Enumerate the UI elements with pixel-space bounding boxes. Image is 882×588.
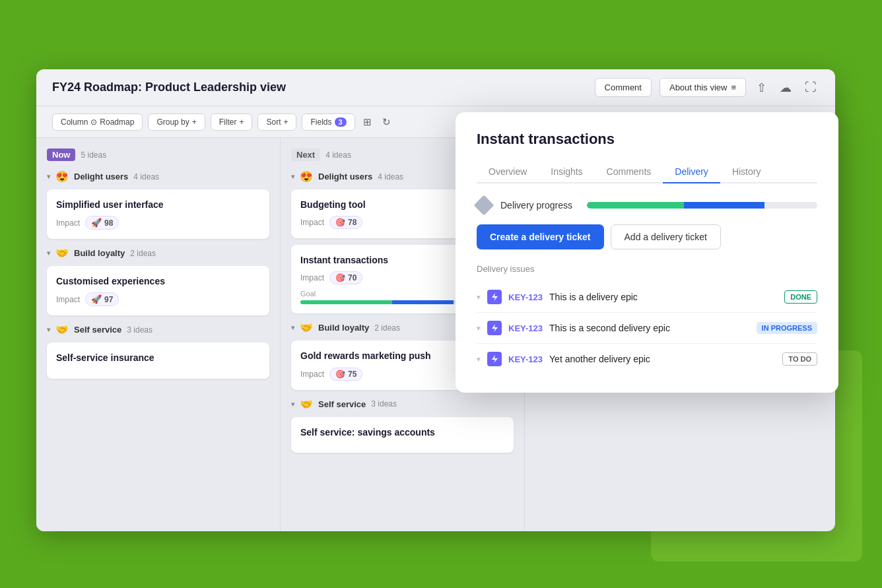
group-count-self-service: 3 ideas: [127, 325, 153, 335]
chevron-icon: ▾: [47, 326, 50, 333]
group-name-loyalty-next: Build loyalty: [318, 323, 369, 333]
add-delivery-ticket-button[interactable]: Add a delivery ticket: [611, 224, 721, 249]
status-badge-1: DONE: [784, 290, 817, 304]
group-name-self-service: Self service: [74, 325, 121, 335]
issue-icon-2: [487, 321, 502, 335]
group-count-delight: 4 ideas: [133, 172, 159, 181]
next-count: 4 ideas: [325, 150, 351, 160]
impact-value: 75: [348, 370, 356, 379]
issue-row-2: ▾ KEY-123 This is a second delivery epic…: [477, 313, 817, 344]
create-delivery-ticket-button[interactable]: Create a delivery ticket: [477, 224, 604, 249]
group-count-loyalty-next: 2 ideas: [374, 323, 400, 333]
issue-key-1: KEY-123: [508, 292, 543, 302]
now-label: Now: [47, 148, 75, 161]
next-label: Next: [291, 148, 320, 161]
card-title: Self-service insurance: [56, 352, 260, 364]
impact-value: 70: [348, 273, 356, 282]
refresh-icon[interactable]: ↻: [380, 114, 393, 131]
column-value: Roadmap: [100, 117, 134, 127]
impact-badge: 🚀 98: [85, 216, 119, 230]
share-icon[interactable]: ⇧: [754, 78, 769, 98]
group-emoji-self-service-next: 🤝: [300, 398, 313, 410]
card-self-service-savings[interactable]: Self service: savings accounts: [291, 417, 514, 453]
group-emoji-delight-next: 😍: [300, 170, 313, 183]
sort-button[interactable]: Sort +: [257, 114, 296, 131]
tab-delivery[interactable]: Delivery: [663, 161, 720, 183]
comment-button[interactable]: Comment: [595, 78, 652, 97]
tab-comments[interactable]: Comments: [595, 161, 663, 183]
now-count: 5 ideas: [81, 150, 106, 160]
status-badge-3: TO DO: [782, 352, 817, 366]
app-header: FY24 Roadmap: Product Leadership view Co…: [36, 69, 835, 106]
issue-chevron[interactable]: ▾: [477, 355, 481, 364]
circle-icon: ⊙: [90, 117, 97, 127]
issue-chevron[interactable]: ▾: [477, 324, 481, 333]
card-meta: Impact 🚀 98: [56, 216, 260, 230]
column-label: Column: [61, 117, 88, 127]
issue-title-2: This is a second delivery epic: [549, 323, 750, 333]
card-customised-experiences[interactable]: Customised experiences Impact 🚀 97: [47, 266, 269, 315]
column-button[interactable]: Column ⊙ Roadmap: [52, 114, 143, 131]
impact-value: 98: [104, 218, 113, 228]
group-self-service-next[interactable]: ▾ 🤝 Self service 3 ideas: [291, 398, 514, 410]
group-name-delight-next: Delight users: [318, 172, 372, 181]
progress-blue: [392, 300, 454, 304]
chevron-icon: ▾: [291, 173, 294, 180]
delivery-progress-bar: [587, 202, 817, 209]
chevron-icon: ▾: [291, 324, 294, 331]
delivery-progress-label: Delivery progress: [500, 200, 572, 211]
impact-badge: 🎯 70: [329, 271, 362, 284]
delivery-bar-blue: [684, 202, 764, 209]
header-actions: Comment About this view ≡ ⇧ ☁ ⛶: [595, 78, 819, 98]
target-icon: 🎯: [335, 370, 345, 379]
group-name-delight: Delight users: [74, 172, 128, 181]
group-self-service[interactable]: ▾ 🤝 Self service 3 ideas: [47, 323, 269, 336]
tab-insights[interactable]: Insights: [539, 161, 594, 183]
group-count-delight-next: 4 ideas: [378, 172, 403, 181]
filter-button[interactable]: Filter +: [211, 114, 253, 131]
impact-value: 97: [104, 295, 113, 304]
tab-history[interactable]: History: [720, 161, 773, 183]
diamond-icon: [473, 195, 494, 215]
chevron-icon: ▾: [47, 173, 50, 180]
issue-title-1: This is a delivery epic: [549, 292, 778, 302]
delivery-progress-row: Delivery progress: [477, 198, 817, 212]
group-emoji-loyalty-next: 🤝: [300, 321, 313, 334]
group-emoji-delight: 😍: [55, 170, 69, 183]
status-badge-2: IN PROGRESS: [757, 322, 817, 334]
rocket-icon: 🚀: [91, 294, 102, 304]
impact-badge: 🎯 78: [329, 216, 362, 229]
menu-lines-icon: ≡: [731, 82, 736, 92]
progress-green: [300, 300, 392, 304]
about-view-button[interactable]: About this view ≡: [660, 78, 746, 97]
impact-badge: 🚀 97: [85, 292, 119, 306]
panel-title: Instant transactions: [477, 131, 817, 148]
issue-key-3: KEY-123: [508, 354, 543, 364]
fields-badge: 3: [335, 117, 347, 127]
group-by-button[interactable]: Group by +: [148, 114, 205, 131]
impact-value: 78: [348, 218, 356, 227]
lightning-icon: [490, 323, 499, 333]
fields-button[interactable]: Fields 3: [302, 114, 355, 131]
group-name-loyalty: Build loyalty: [74, 248, 125, 258]
issue-icon-3: [487, 352, 502, 366]
card-simplified-ui[interactable]: Simplified user interface Impact 🚀 98: [47, 189, 269, 239]
fullscreen-icon[interactable]: ⛶: [802, 78, 819, 97]
grid-icon[interactable]: ⊞: [360, 114, 374, 131]
chevron-icon: ▾: [291, 401, 294, 408]
cloud-icon[interactable]: ☁: [777, 78, 794, 98]
issue-chevron[interactable]: ▾: [477, 293, 481, 302]
action-buttons: Create a delivery ticket Add a delivery …: [477, 224, 817, 249]
group-delight-users[interactable]: ▾ 😍 Delight users 4 ideas: [47, 170, 269, 183]
group-build-loyalty[interactable]: ▾ 🤝 Build loyalty 2 ideas: [47, 247, 269, 259]
column-now: Now 5 ideas ▾ 😍 Delight users 4 ideas Si…: [36, 138, 281, 531]
card-title: Self service: savings accounts: [300, 426, 504, 438]
card-self-service-insurance[interactable]: Self-service insurance: [47, 343, 269, 378]
issue-row-3: ▾ KEY-123 Yet another delivery epic TO D…: [477, 344, 817, 374]
target-icon: 🎯: [335, 273, 345, 282]
card-meta: Impact 🚀 97: [56, 292, 260, 306]
filter-plus-icon: +: [239, 117, 244, 127]
column-now-header: Now 5 ideas: [47, 148, 269, 161]
tab-overview[interactable]: Overview: [477, 161, 539, 183]
plus-icon: +: [192, 117, 197, 127]
